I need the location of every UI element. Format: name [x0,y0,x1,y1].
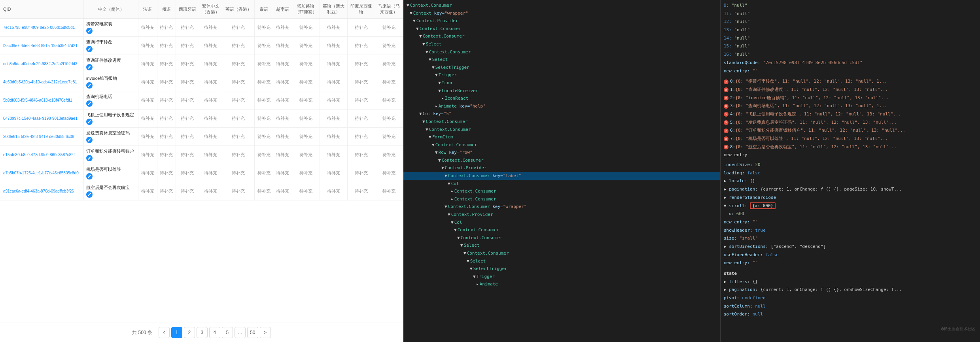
pending-value: 待补充 [257,152,271,157]
pending-value: 待补充 [181,43,194,48]
page-50-btn[interactable]: 50 [247,327,258,338]
cell-vi: 待补充 [273,182,292,200]
pending-value: 待补充 [257,43,271,48]
pending-value: 待补充 [232,170,245,175]
qid-cell: 0470997c-15e0-4aae-9198-9013efad9ae1 [0,110,84,128]
page-4-btn[interactable]: 4 [209,327,220,338]
qid-link[interactable]: a91cac6a-edf4-463a-870d-09adffeb3f26 [3,189,81,193]
cell-en_hk: 待补充 [222,73,254,91]
tree-item[interactable]: ▼FormItem [403,133,720,141]
pending-value: 待补充 [327,43,340,48]
tree-item[interactable]: ▼Context.Provider [403,211,720,219]
tree-item[interactable]: ▼Trigger [403,71,720,79]
table-row: a7b5b07b-1725-4ee1-b77e-46e65305c8d0机场是否… [0,164,403,182]
cell-th: 待补充 [254,182,273,200]
qid-link[interactable]: e15afe30-b8c0-473d-9fc0-860c3587c82f [3,153,81,157]
cell-tl: 待补充 [292,182,320,200]
error-5: ✕ [724,120,728,125]
tree-item[interactable]: ▼Context.Consumer [403,126,720,134]
table-container[interactable]: QID 中文（简体） 法语 俄语 西班牙语 繁体中文（香港） 英语（香港） 泰语… [0,0,403,323]
tree-item[interactable]: ▼Context.Consumer key="wrapper" [403,203,720,211]
cell-id: 待补充 [347,73,375,91]
page-2-btn[interactable]: 2 [184,327,195,338]
edit-icon[interactable] [86,137,93,143]
qid-link[interactable]: 5b9df603-f5f3-4846-a618-d10f476efdf1 [3,98,81,102]
sort-directions: ▶ sortDirections: ["ascend", "descend"] [721,243,980,251]
tree-item[interactable]: ▸Animate key="help" [403,102,720,110]
tree-item-select4[interactable]: ▼Select [403,257,720,265]
page-1-btn[interactable]: 1 [171,327,182,338]
locale: ▶ locale: {} [721,177,980,185]
qid-link[interactable]: ddc3a9da-d0de-4c29-9882-2d2a2f102dd3 [3,62,81,66]
tree-item[interactable]: ▼Icon [403,79,720,87]
tree-item[interactable]: ▼Context.Consumer [403,25,720,33]
tree-item[interactable]: ▼Context.Consumer [403,234,720,242]
prev-page-btn[interactable]: < [159,327,170,338]
tree-item[interactable]: ▼Context.Consumer [403,226,720,234]
pending-value: 待补充 [382,61,395,66]
pending-value: 待补充 [327,79,340,84]
pending-value: 待补充 [257,25,271,30]
edit-icon[interactable] [86,155,93,161]
edit-icon[interactable] [86,191,93,198]
cell-ru: 待补充 [157,73,176,91]
tree-item[interactable]: ▸Context.Consumer [403,187,720,195]
tree-item[interactable]: ▸Context.Consumer [403,195,720,203]
tree-item[interactable]: ▼Context.Consumer [403,157,720,164]
tree-item[interactable]: ▼SelectTrigger [403,265,720,273]
qid-link[interactable]: 20dfe615-5f2e-49f3-9419-de80d55f6c08 [3,134,81,139]
edit-icon[interactable] [86,46,93,52]
qid-link[interactable]: f25c06e7-4de3-4e88-8915-19ab354d7d21 [3,43,81,48]
scroll-prop: ▼ scroll: {x: 600} [721,202,980,210]
tree-item[interactable]: ▼Context.Consumer [403,249,720,257]
qid-link[interactable]: 0470997c-15e0-4aae-9198-9013efad9ae1 [3,116,81,121]
tree-item[interactable]: ▼Col [403,180,720,188]
tree-item-col[interactable]: ▼Col key="5" [403,110,720,118]
tree-item[interactable]: ▼Context.Consumer [403,32,720,40]
tree-item[interactable]: ▼Context.Provider [403,17,720,25]
tree-item[interactable]: ▼Context.Provider [403,164,720,172]
tree-item[interactable]: ▼Row key="row" [403,149,720,157]
error-8: ✕ [724,145,728,149]
component-tree[interactable]: ▼Context.Consumer ▼Context key="wrapper"… [403,0,721,342]
pending-value: 待补充 [232,98,245,102]
tree-item[interactable]: ▼Trigger [403,273,720,281]
cell-es: 待补充 [176,146,199,164]
tree-item[interactable]: ▼LocaleReceiver [403,87,720,95]
qid-link[interactable]: 7ec15798-e98f-4f09-8e2b-086dc5dfc5d1 [3,25,81,30]
cell-fr: 待补充 [138,182,157,200]
edit-icon[interactable] [86,82,93,89]
qid-link[interactable]: a7b5b07b-1725-4ee1-b77e-46e65305c8d0 [3,171,81,175]
col-vi: 越南语 [273,0,292,19]
tree-item[interactable]: ▼SelectTrigger [403,64,720,72]
tree-item-col2[interactable]: ▼Col [403,219,720,227]
tree-item[interactable]: ▼Context.Consumer [403,141,720,149]
edit-icon[interactable] [86,173,93,180]
tree-item-select[interactable]: ▼Select [403,40,720,48]
edit-icon[interactable] [86,64,93,70]
edit-icon[interactable] [86,119,93,125]
tree-item-select3[interactable]: ▼Select [403,242,720,249]
tree-item-select2[interactable]: ▼Select [403,56,720,64]
pending-value: 待补充 [257,61,271,66]
tree-item[interactable]: ▸IconReact [403,94,720,102]
pending-value: 待补充 [204,43,217,48]
cell-en_au: 待补充 [320,128,347,146]
zh-text: 飞机上使用电子设备规定 [86,112,134,118]
tree-item[interactable]: ▼Context.Consumer [403,48,720,56]
page-3-btn[interactable]: 3 [197,327,208,338]
cell-ms: 待补充 [375,128,403,146]
tree-item[interactable]: ▼Context.Consumer [403,118,720,126]
zh-text: 携带家电家装 [86,21,112,27]
tree-item[interactable]: ▼Context.Consumer [403,2,720,9]
next-page-btn[interactable]: > [260,327,271,338]
cell-ru: 待补充 [157,164,176,182]
tree-item-selected[interactable]: ▼Context.Consumer key="label" [403,172,720,180]
tree-item[interactable]: ▸Animate [403,280,720,288]
page-5-btn[interactable]: 5 [222,327,233,338]
zh-cell: 查询行李转盘 [84,37,138,55]
edit-icon[interactable] [86,100,93,107]
tree-item[interactable]: ▼Context key="wrapper" [403,9,720,17]
edit-icon[interactable] [86,28,93,34]
qid-link[interactable]: 4e60d0b5-f20a-4b10-acb4-212c1cee7e81 [3,80,81,84]
